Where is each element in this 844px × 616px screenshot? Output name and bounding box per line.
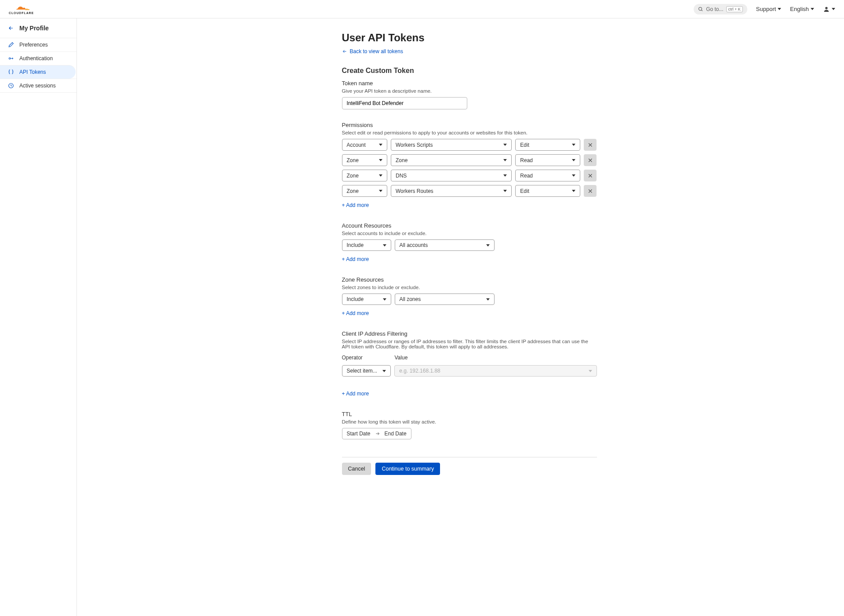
zone-resources-label: Zone Resources	[342, 276, 597, 283]
chevron-down-icon	[503, 144, 507, 146]
chevron-down-icon	[832, 8, 835, 10]
cloudflare-logo-icon: CLOUDFLARE	[9, 3, 42, 15]
access-select[interactable]: Read	[515, 170, 580, 181]
sidebar-item-label: Active sessions	[19, 83, 56, 89]
sidebar: My Profile Preferences Authentication AP…	[0, 18, 77, 616]
access-select[interactable]: Read	[515, 154, 580, 166]
chevron-down-icon	[486, 244, 490, 246]
ttl-range-picker[interactable]: Start Date End Date	[342, 428, 411, 439]
clock-icon	[8, 83, 14, 89]
sidebar-item-preferences[interactable]: Preferences	[0, 38, 76, 51]
continue-button[interactable]: Continue to summary	[375, 463, 440, 475]
global-search[interactable]: Go to... ctrl + K	[694, 4, 747, 14]
sidebar-item-active-sessions[interactable]: Active sessions	[0, 79, 76, 93]
search-icon	[698, 7, 703, 12]
remove-permission-button[interactable]: ✕	[584, 154, 597, 166]
account-scope-select[interactable]: All accounts	[395, 239, 495, 251]
account-resources-label: Account Resources	[342, 222, 597, 229]
resource-select[interactable]: Zone	[391, 154, 512, 166]
add-permission-link[interactable]: + Add more	[342, 202, 369, 208]
user-icon	[823, 6, 830, 13]
scope-select[interactable]: Zone	[342, 185, 388, 197]
resource-select[interactable]: Workers Routes	[391, 185, 512, 197]
sidebar-item-api-tokens[interactable]: API Tokens	[0, 65, 76, 79]
chevron-down-icon	[379, 144, 382, 146]
account-resources-hint: Select accounts to include or exclude.	[342, 231, 597, 236]
arrow-left-icon	[8, 25, 14, 31]
chevron-down-icon	[379, 190, 382, 192]
sidebar-back[interactable]: My Profile	[0, 18, 76, 38]
support-menu[interactable]: Support	[756, 6, 782, 12]
scope-select[interactable]: Zone	[342, 154, 388, 166]
user-menu[interactable]	[823, 6, 835, 13]
remove-permission-button[interactable]: ✕	[584, 185, 597, 197]
back-link[interactable]: Back to view all tokens	[342, 48, 656, 54]
sidebar-item-label: Preferences	[19, 42, 48, 48]
main-content: User API Tokens Back to view all tokens …	[247, 18, 674, 616]
access-select[interactable]: Edit	[515, 185, 580, 197]
chevron-down-icon	[379, 159, 382, 161]
permission-row: Account Workers Scripts Edit ✕	[342, 139, 597, 151]
chevron-down-icon	[572, 190, 575, 192]
token-name-hint: Give your API token a descriptive name.	[342, 88, 597, 94]
scope-select[interactable]: Zone	[342, 170, 388, 181]
add-zone-resource-link[interactable]: + Add more	[342, 310, 369, 316]
close-icon: ✕	[588, 173, 593, 179]
chevron-down-icon	[572, 174, 575, 177]
search-shortcut: ctrl + K	[726, 6, 743, 12]
resource-select[interactable]: DNS	[391, 170, 512, 181]
permission-row: Zone Workers Routes Edit ✕	[342, 185, 597, 197]
add-account-resource-link[interactable]: + Add more	[342, 256, 369, 262]
chevron-down-icon	[778, 8, 781, 10]
sidebar-item-label: API Tokens	[19, 69, 46, 75]
access-select[interactable]: Edit	[515, 139, 580, 151]
token-name-input[interactable]	[342, 97, 467, 109]
search-placeholder: Go to...	[706, 6, 723, 12]
key-icon	[8, 55, 14, 62]
zone-scope-select[interactable]: All zones	[395, 294, 495, 305]
ip-operator-label: Operator	[342, 355, 391, 361]
add-ip-filter-link[interactable]: + Add more	[342, 391, 369, 397]
arrow-left-icon	[342, 49, 347, 54]
close-icon: ✕	[588, 142, 593, 148]
svg-line-2	[702, 10, 703, 11]
ttl-start-date: Start Date	[347, 431, 371, 437]
ip-value-input[interactable]: e.g. 192.168.1.88	[394, 365, 597, 377]
cloudflare-logo[interactable]: CLOUDFLARE	[9, 3, 42, 15]
chevron-down-icon	[383, 298, 386, 301]
chevron-down-icon	[382, 370, 386, 372]
chevron-down-icon	[572, 144, 575, 146]
resource-select[interactable]: Workers Scripts	[391, 139, 512, 151]
create-token-heading: Create Custom Token	[342, 67, 597, 75]
ttl-hint: Define how long this token will stay act…	[342, 419, 597, 424]
chevron-down-icon	[503, 159, 507, 161]
remove-permission-button[interactable]: ✕	[584, 139, 597, 151]
chevron-down-icon	[503, 174, 507, 177]
ttl-end-date: End Date	[385, 431, 407, 437]
remove-permission-button[interactable]: ✕	[584, 170, 597, 181]
chevron-down-icon	[811, 8, 814, 10]
permissions-hint: Select edit or read permissions to apply…	[342, 130, 597, 135]
zone-include-select[interactable]: Include	[342, 294, 391, 305]
braces-icon	[8, 69, 14, 75]
sidebar-item-authentication[interactable]: Authentication	[0, 51, 76, 65]
ip-filter-label: Client IP Address Filtering	[342, 330, 597, 337]
scope-select[interactable]: Account	[342, 139, 388, 151]
svg-point-1	[699, 7, 702, 10]
pencil-icon	[8, 42, 14, 48]
account-include-select[interactable]: Include	[342, 239, 391, 251]
chevron-down-icon	[486, 298, 490, 301]
sidebar-title: My Profile	[19, 25, 49, 32]
svg-point-4	[9, 58, 11, 59]
sidebar-item-label: Authentication	[19, 55, 53, 62]
chevron-down-icon	[572, 159, 575, 161]
svg-point-3	[825, 7, 827, 9]
language-menu[interactable]: English	[790, 6, 814, 12]
token-name-label: Token name	[342, 80, 597, 87]
ip-operator-select[interactable]: Select item...	[342, 365, 391, 377]
ip-value-label: Value	[395, 355, 408, 361]
chevron-down-icon	[503, 190, 507, 192]
cancel-button[interactable]: Cancel	[342, 463, 371, 475]
arrow-right-icon	[375, 431, 380, 436]
permission-row: Zone Zone Read ✕	[342, 154, 597, 166]
